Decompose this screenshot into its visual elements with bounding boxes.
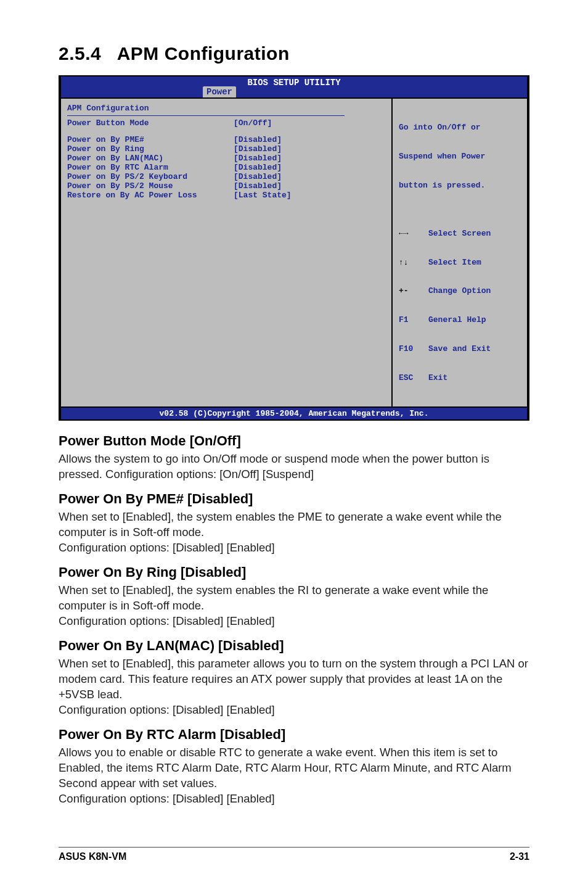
bios-label: Power on By RTC Alarm (67, 163, 234, 172)
bios-value: [Last State] (234, 191, 292, 200)
help-line: Go into On/Off or (399, 123, 521, 133)
subsection-heading: Power On By Ring [Disabled] (59, 564, 529, 580)
bios-value: [Disabled] (234, 135, 282, 144)
nav-row: F1General Help (399, 315, 521, 325)
bios-value: [Disabled] (234, 154, 282, 163)
bios-header: BIOS SETUP UTILITY Power (61, 76, 527, 97)
text-line: When set to [Enabled], the system enable… (59, 584, 488, 612)
bios-title: BIOS SETUP UTILITY (247, 76, 340, 88)
bios-value: [Disabled] (234, 181, 282, 191)
bios-body: APM Configuration Power Button Mode [On/… (61, 97, 527, 406)
nav-key: ↑↓ (399, 258, 428, 268)
section-heading: 2.5.4 APM Configuration (59, 43, 529, 64)
text-line: Configuration options: [Disabled] [Enabl… (59, 614, 275, 627)
page: 2.5.4 APM Configuration BIOS SETUP UTILI… (0, 0, 588, 887)
spacer (67, 128, 385, 135)
subsection-heading: Power On By LAN(MAC) [Disabled] (59, 638, 529, 654)
section-number: 2.5.4 (59, 43, 101, 64)
subsection-heading: Power On By PME# [Disabled] (59, 491, 529, 507)
bios-label: Power on By PME# (67, 135, 234, 144)
bios-value: [Disabled] (234, 172, 282, 181)
body-text: When set to [Enabled], this parameter al… (59, 656, 529, 718)
bios-label: Power on By PS/2 Mouse (67, 181, 234, 191)
nav-text: Change Option (428, 286, 491, 296)
nav-row: ESCExit (399, 373, 521, 383)
nav-row: ←→Select Screen (399, 229, 521, 239)
nav-row: +-Change Option (399, 286, 521, 296)
nav-text: Select Item (428, 258, 481, 268)
nav-text: General Help (428, 315, 486, 325)
bios-value: [On/Off] (234, 118, 272, 128)
bios-row[interactable]: Power on By LAN(MAC) [Disabled] (67, 154, 385, 163)
bios-row[interactable]: Power on By PS/2 Mouse [Disabled] (67, 181, 385, 191)
nav-row: F10Save and Exit (399, 344, 521, 354)
bios-value: [Disabled] (234, 144, 282, 154)
text-line: Configuration options: [Disabled] [Enabl… (59, 703, 275, 716)
text-line: Configuration options: [Disabled] [Enabl… (59, 541, 275, 554)
nav-text: Select Screen (428, 229, 491, 239)
bios-left-pane: APM Configuration Power Button Mode [On/… (61, 99, 391, 406)
body-text: When set to [Enabled], the system enable… (59, 510, 529, 556)
nav-key: ESC (399, 373, 428, 383)
nav-key: ←→ (399, 229, 428, 239)
bios-row[interactable]: Power on By PS/2 Keyboard [Disabled] (67, 172, 385, 181)
bios-tab-power[interactable]: Power (203, 86, 236, 97)
text-line: When set to [Enabled], the system enable… (59, 510, 502, 538)
nav-row: ↑↓Select Item (399, 258, 521, 268)
section-title: APM Configuration (117, 43, 290, 64)
bios-label: Power on By Ring (67, 144, 234, 154)
bios-row[interactable]: Power on By RTC Alarm [Disabled] (67, 163, 385, 172)
footer-product: ASUS K8N-VM (59, 851, 126, 862)
nav-key: F1 (399, 315, 428, 325)
body-text: When set to [Enabled], the system enable… (59, 583, 529, 629)
nav-text: Exit (428, 373, 447, 383)
divider (67, 115, 345, 116)
nav-key: +- (399, 286, 428, 296)
text-line: Configuration options: [Disabled] [Enabl… (59, 792, 275, 805)
text-line: When set to [Enabled], this parameter al… (59, 657, 528, 701)
body-text: Allows you to enable or disable RTC to g… (59, 745, 529, 807)
bios-panel: BIOS SETUP UTILITY Power APM Configurati… (59, 75, 529, 421)
subsection-heading: Power On By RTC Alarm [Disabled] (59, 727, 529, 743)
bios-right-pane: Go into On/Off or Suspend when Power but… (391, 99, 527, 406)
nav-text: Save and Exit (428, 344, 491, 354)
bios-label: Power Button Mode (67, 118, 234, 128)
bios-row[interactable]: Power Button Mode [On/Off] (67, 118, 385, 128)
bios-label: Power on By PS/2 Keyboard (67, 172, 234, 181)
bios-row[interactable]: Restore on By AC Power Loss [Last State] (67, 191, 385, 200)
bios-value: [Disabled] (234, 163, 282, 172)
nav-key: F10 (399, 344, 428, 354)
bios-help-text: Go into On/Off or Suspend when Power but… (399, 104, 521, 210)
help-line: Suspend when Power (399, 152, 521, 162)
page-footer: ASUS K8N-VM 2-31 (59, 847, 529, 862)
bios-footer: v02.58 (C)Copyright 1985-2004, American … (61, 406, 527, 419)
bios-label: Restore on By AC Power Loss (67, 191, 234, 200)
text-line: Allows you to enable or disable RTC to g… (59, 746, 512, 790)
subsection-heading: Power Button Mode [On/Off] (59, 433, 529, 449)
footer-page-number: 2-31 (510, 851, 529, 862)
bios-nav-help: ←→Select Screen ↑↓Select Item +-Change O… (399, 210, 521, 402)
bios-left-title: APM Configuration (67, 104, 385, 113)
bios-row[interactable]: Power on By PME# [Disabled] (67, 135, 385, 144)
bios-label: Power on By LAN(MAC) (67, 154, 234, 163)
help-line: button is pressed. (399, 181, 521, 191)
bios-row[interactable]: Power on By Ring [Disabled] (67, 144, 385, 154)
body-text: Allows the system to go into On/Off mode… (59, 452, 529, 482)
